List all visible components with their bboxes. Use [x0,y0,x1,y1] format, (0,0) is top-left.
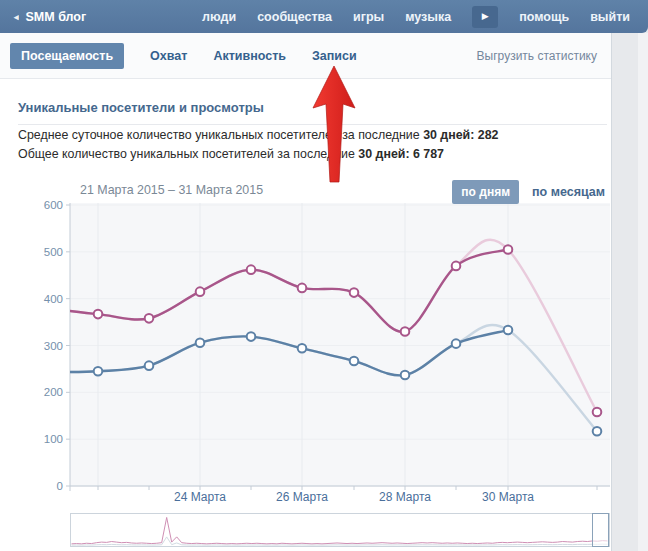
svg-text:30 Марта: 30 Марта [482,490,534,504]
by-days-button[interactable]: по дням [452,180,519,204]
chart-mode-switch: по дням по месяцам [452,180,605,204]
play-arrow-icon: ▶ [482,12,489,21]
nav-item-people[interactable]: люди [202,10,236,24]
by-months-button[interactable]: по месяцам [532,185,605,199]
community-title[interactable]: ◂ SMM блог [14,10,86,24]
visitor-stats: Среднее суточное количество уникальных п… [18,126,498,164]
nav-item-games[interactable]: игры [353,10,384,24]
svg-text:500: 500 [44,246,63,258]
svg-text:400: 400 [44,293,63,305]
svg-text:200: 200 [44,386,63,398]
tab-activity[interactable]: Активность [213,49,286,63]
svg-text:100: 100 [44,433,63,445]
date-range-label: 21 Марта 2015 – 31 Марта 2015 [80,183,263,197]
top-nav-items: люди сообщества игры музыка ▶ помощь вый… [202,6,630,28]
tab-reach[interactable]: Охват [150,49,187,63]
community-title-label: SMM блог [26,10,87,24]
stat-line-average: Среднее суточное количество уникальных п… [18,126,498,145]
vk-statistics-page: ◂ SMM блог люди сообщества игры музыка ▶… [0,0,648,551]
stats-tabs: Посещаемость Охват Активность Записи Выг… [0,33,611,79]
svg-text:300: 300 [44,340,63,352]
nav-item-help[interactable]: помощь [519,10,569,24]
nav-item-logout[interactable]: выйти [590,10,630,24]
svg-text:26 Марта: 26 Марта [276,490,328,504]
svg-text:28 Марта: 28 Марта [379,490,431,504]
svg-text:0: 0 [57,480,63,492]
top-nav: ◂ SMM блог люди сообщества игры музыка ▶… [0,0,648,33]
stat-line-total: Общее количество уникальных посетителей … [18,145,498,164]
tab-posts[interactable]: Записи [312,49,357,63]
svg-text:24 Марта: 24 Марта [174,490,226,504]
tab-visits[interactable]: Посещаемость [10,43,124,69]
section-title: Уникальные посетители и просмотры [18,100,607,125]
nav-more-button[interactable]: ▶ [472,6,498,28]
minimap-selection [593,514,609,547]
svg-text:600: 600 [44,199,63,211]
nav-item-music[interactable]: музыка [405,10,451,24]
nav-item-communities[interactable]: сообщества [257,10,332,24]
visitors-views-chart[interactable]: 010020030040050060024 Марта26 Марта28 Ма… [0,0,648,551]
export-statistics-link[interactable]: Выгрузить статистику [477,49,597,63]
back-icon: ◂ [14,12,19,22]
